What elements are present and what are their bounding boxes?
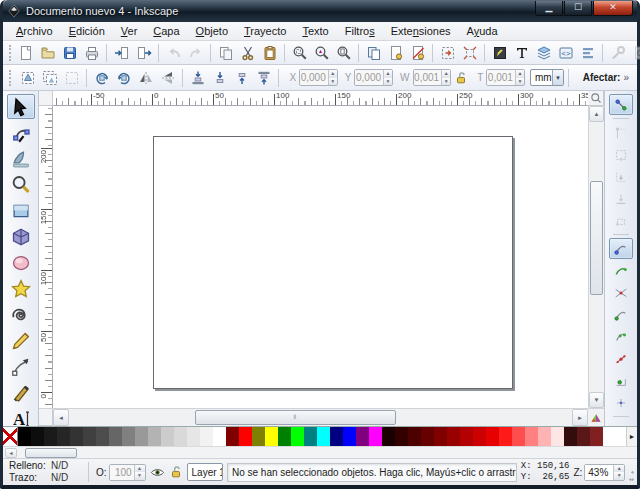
menu-texto[interactable]: Texto	[295, 23, 335, 39]
star-button[interactable]	[7, 276, 35, 301]
raise-top-button[interactable]	[253, 68, 274, 88]
canvas[interactable]	[53, 106, 588, 408]
swatch-808000[interactable]	[252, 427, 265, 446]
menu-ayuda[interactable]: Ayuda	[460, 23, 505, 39]
swatch-00ffff[interactable]	[317, 427, 330, 446]
swatch-333333[interactable]	[70, 427, 83, 446]
swatch-ff1a1a[interactable]	[499, 427, 512, 446]
opacity-field[interactable]: 100▲▼	[109, 464, 146, 481]
paste-button[interactable]	[259, 43, 280, 63]
lower-button[interactable]	[209, 68, 230, 88]
swatch-ffb3b3[interactable]	[538, 427, 551, 446]
snap-bbox-button[interactable]	[609, 122, 633, 143]
copy-button[interactable]	[215, 43, 236, 63]
xml-editor-button[interactable]: <>	[555, 43, 576, 63]
document-open-button[interactable]	[37, 43, 58, 63]
selector-button[interactable]	[7, 94, 35, 119]
unit-dropdown[interactable]: mm▼	[530, 69, 564, 86]
menu-edición[interactable]: Edición	[62, 23, 112, 39]
hscroll-thumb[interactable]: ⦀	[195, 410, 396, 425]
toolbar-grip[interactable]	[9, 45, 11, 61]
snap-bbox-midpoint-button[interactable]	[609, 188, 633, 209]
vscroll-thumb[interactable]	[590, 181, 603, 294]
redo-button[interactable]	[185, 43, 206, 63]
swatch-808080[interactable]	[122, 427, 135, 446]
swatch-1a0000[interactable]	[382, 427, 395, 446]
layers-button[interactable]	[533, 43, 554, 63]
layer-lock-icon[interactable]	[169, 465, 183, 479]
swatch-4d0000[interactable]	[408, 427, 421, 446]
select-all-button[interactable]	[17, 68, 38, 88]
swatch-000080[interactable]	[330, 427, 343, 446]
layer-visibility-icon[interactable]	[150, 465, 165, 480]
swatch-800000[interactable]	[434, 427, 447, 446]
maximize-button[interactable]: ☐	[564, 1, 592, 16]
swatch-800000[interactable]	[226, 427, 239, 446]
swatch-none[interactable]	[3, 427, 18, 446]
fill-stroke-button[interactable]	[489, 43, 510, 63]
zoom-page-button[interactable]	[333, 43, 354, 63]
snap-cusp-button[interactable]	[609, 304, 633, 325]
swatch-404040[interactable]	[83, 427, 96, 446]
snap-paths-button[interactable]	[609, 260, 633, 281]
swatch-666666[interactable]	[109, 427, 122, 446]
palette-scroll-right-icon[interactable]: ►	[626, 427, 637, 446]
pencil-button[interactable]	[7, 328, 35, 353]
import-button[interactable]	[111, 43, 132, 63]
resize-grip[interactable]	[629, 467, 634, 485]
y-field[interactable]: 0,000▲▼	[354, 69, 393, 86]
titlebar[interactable]: Documento nuevo 4 - Inkscape ▁ ☐ ✕	[3, 0, 637, 22]
flip-v-button[interactable]	[157, 68, 178, 88]
horizontal-ruler[interactable]: -50050100150200250300350	[53, 91, 588, 106]
swatch-ffe6e6[interactable]	[551, 427, 564, 446]
swatch-ff4d4d[interactable]	[512, 427, 525, 446]
toolbar-overflow-button[interactable]: »	[621, 72, 631, 83]
document-page[interactable]	[153, 136, 513, 389]
swatch-ff0000[interactable]	[239, 427, 252, 446]
close-button[interactable]: ✕	[593, 1, 633, 16]
swatch-1a1a1a[interactable]	[44, 427, 57, 446]
tweak-button[interactable]	[7, 146, 35, 171]
swatch-b30000[interactable]	[460, 427, 473, 446]
swatch-0d0d0d[interactable]	[31, 427, 44, 446]
swatch-4d4d4d[interactable]	[96, 427, 109, 446]
swatch-cc0000[interactable]	[473, 427, 486, 446]
horizontal-scrollbar[interactable]: ◄ ⦀ ►	[53, 408, 588, 426]
box3d-button[interactable]	[7, 224, 35, 249]
document-new-button[interactable]	[15, 43, 36, 63]
swatch-000000[interactable]	[18, 427, 31, 446]
undo-button[interactable]	[163, 43, 184, 63]
swatch-008080[interactable]	[304, 427, 317, 446]
swatch-0000ff[interactable]	[343, 427, 356, 446]
bezier-button[interactable]	[7, 354, 35, 379]
snap-nodes-button[interactable]	[609, 238, 633, 259]
toolbar-grip[interactable]	[9, 70, 13, 86]
preferences-button[interactable]	[607, 43, 628, 63]
snap-bbox-corner-button[interactable]	[609, 166, 633, 187]
zoom-button[interactable]	[7, 172, 35, 197]
rotate-ccw-button[interactable]	[91, 68, 112, 88]
menu-capa[interactable]: Capa	[146, 23, 186, 39]
palette-scroll-thumb[interactable]	[25, 448, 77, 458]
swatch-802020[interactable]	[590, 427, 603, 446]
document-save-button[interactable]	[59, 43, 80, 63]
menu-ver[interactable]: Ver	[114, 23, 145, 39]
menu-archivo[interactable]: Archivo	[9, 23, 60, 39]
flip-h-button[interactable]	[135, 68, 156, 88]
lock-ratio-icon[interactable]	[454, 71, 468, 85]
h-field[interactable]: 0,001▲▼	[486, 69, 525, 86]
snap-bbox-edge-button[interactable]	[609, 144, 633, 165]
cut-button[interactable]	[237, 43, 258, 63]
swatch-330000[interactable]	[395, 427, 408, 446]
ungroup-button[interactable]	[459, 43, 480, 63]
palette-scrollbar[interactable]: ◄	[3, 446, 637, 458]
snap-enable-button[interactable]	[609, 94, 633, 115]
swatch-330d0d[interactable]	[564, 427, 577, 446]
document-print-button[interactable]	[81, 43, 102, 63]
deselect-button[interactable]	[61, 68, 82, 88]
minimize-button[interactable]: ▁	[535, 1, 563, 16]
raise-button[interactable]	[231, 68, 252, 88]
snap-smooth-button[interactable]	[609, 326, 633, 347]
swatch-800080[interactable]	[356, 427, 369, 446]
cms-adjust-button[interactable]	[588, 408, 604, 426]
